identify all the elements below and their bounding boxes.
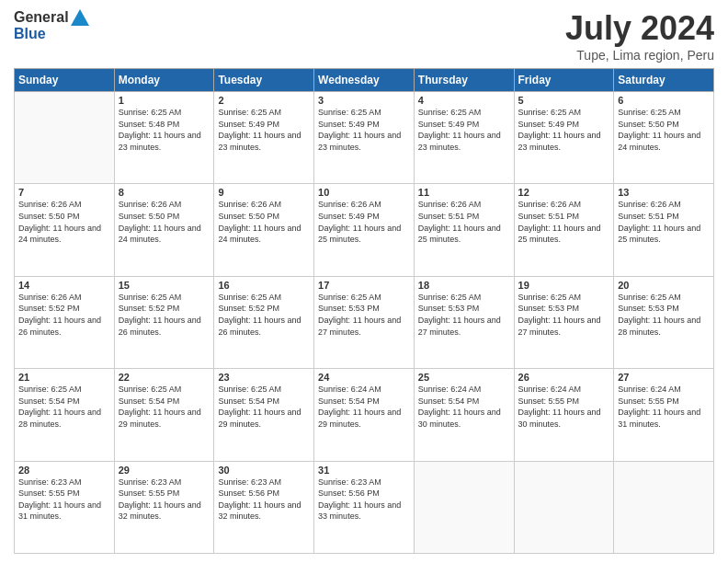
logo-icon — [71, 9, 89, 26]
calendar-cell: 26 Sunrise: 6:24 AM Sunset: 5:55 PM Dayl… — [514, 369, 614, 461]
calendar-cell: 2 Sunrise: 6:25 AM Sunset: 5:49 PM Dayli… — [214, 92, 314, 184]
calendar-week-4: 28 Sunrise: 6:23 AM Sunset: 5:55 PM Dayl… — [15, 461, 714, 553]
day-number: 2 — [218, 95, 310, 106]
day-number: 31 — [318, 465, 410, 476]
calendar-header-tuesday: Tuesday — [214, 69, 314, 92]
calendar-header-row: SundayMondayTuesdayWednesdayThursdayFrid… — [15, 69, 714, 92]
calendar-week-0: 1 Sunrise: 6:25 AM Sunset: 5:48 PM Dayli… — [15, 92, 714, 184]
day-info: Sunrise: 6:25 AM Sunset: 5:53 PM Dayligh… — [418, 292, 510, 338]
logo-general: General — [14, 9, 69, 26]
calendar-cell: 19 Sunrise: 6:25 AM Sunset: 5:53 PM Dayl… — [514, 276, 614, 368]
day-number: 24 — [318, 372, 410, 383]
calendar-cell — [15, 92, 115, 184]
day-info: Sunrise: 6:26 AM Sunset: 5:50 PM Dayligh… — [119, 199, 210, 245]
calendar-cell: 9 Sunrise: 6:26 AM Sunset: 5:50 PM Dayli… — [214, 184, 314, 276]
calendar-cell: 10 Sunrise: 6:26 AM Sunset: 5:49 PM Dayl… — [314, 184, 415, 276]
calendar-header-monday: Monday — [114, 69, 214, 92]
calendar-header-thursday: Thursday — [414, 69, 514, 92]
logo-blue: Blue — [14, 26, 46, 41]
calendar-cell: 24 Sunrise: 6:24 AM Sunset: 5:54 PM Dayl… — [314, 369, 415, 461]
calendar-cell: 17 Sunrise: 6:25 AM Sunset: 5:53 PM Dayl… — [314, 276, 415, 368]
calendar-cell: 22 Sunrise: 6:25 AM Sunset: 5:54 PM Dayl… — [114, 369, 214, 461]
calendar-cell: 15 Sunrise: 6:25 AM Sunset: 5:52 PM Dayl… — [114, 276, 214, 368]
day-number: 11 — [418, 187, 510, 198]
calendar-week-3: 21 Sunrise: 6:25 AM Sunset: 5:54 PM Dayl… — [15, 369, 714, 461]
calendar-cell: 14 Sunrise: 6:26 AM Sunset: 5:52 PM Dayl… — [15, 276, 115, 368]
day-info: Sunrise: 6:25 AM Sunset: 5:54 PM Dayligh… — [218, 384, 310, 430]
day-info: Sunrise: 6:26 AM Sunset: 5:50 PM Dayligh… — [18, 199, 110, 245]
calendar-cell: 1 Sunrise: 6:25 AM Sunset: 5:48 PM Dayli… — [114, 92, 214, 184]
day-number: 23 — [218, 372, 310, 383]
calendar-header-friday: Friday — [514, 69, 614, 92]
calendar-cell: 25 Sunrise: 6:24 AM Sunset: 5:54 PM Dayl… — [414, 369, 514, 461]
calendar-cell: 12 Sunrise: 6:26 AM Sunset: 5:51 PM Dayl… — [514, 184, 614, 276]
day-info: Sunrise: 6:24 AM Sunset: 5:54 PM Dayligh… — [418, 384, 510, 430]
calendar-cell — [514, 461, 614, 553]
day-number: 27 — [618, 372, 710, 383]
day-info: Sunrise: 6:26 AM Sunset: 5:50 PM Dayligh… — [218, 199, 310, 245]
day-number: 18 — [418, 280, 510, 291]
day-number: 15 — [119, 280, 210, 291]
calendar-cell: 20 Sunrise: 6:25 AM Sunset: 5:53 PM Dayl… — [614, 276, 714, 368]
calendar-week-2: 14 Sunrise: 6:26 AM Sunset: 5:52 PM Dayl… — [15, 276, 714, 368]
day-info: Sunrise: 6:24 AM Sunset: 5:55 PM Dayligh… — [618, 384, 710, 430]
day-info: Sunrise: 6:25 AM Sunset: 5:52 PM Dayligh… — [119, 292, 210, 338]
calendar-cell: 3 Sunrise: 6:25 AM Sunset: 5:49 PM Dayli… — [314, 92, 415, 184]
calendar-header-sunday: Sunday — [15, 69, 115, 92]
day-info: Sunrise: 6:26 AM Sunset: 5:51 PM Dayligh… — [418, 199, 510, 245]
day-number: 8 — [119, 187, 210, 198]
day-number: 17 — [318, 280, 410, 291]
calendar: SundayMondayTuesdayWednesdayThursdayFrid… — [14, 68, 714, 554]
day-info: Sunrise: 6:25 AM Sunset: 5:54 PM Dayligh… — [119, 384, 210, 430]
calendar-cell: 18 Sunrise: 6:25 AM Sunset: 5:53 PM Dayl… — [414, 276, 514, 368]
day-info: Sunrise: 6:25 AM Sunset: 5:50 PM Dayligh… — [618, 107, 710, 153]
day-info: Sunrise: 6:25 AM Sunset: 5:49 PM Dayligh… — [518, 107, 610, 153]
day-number: 13 — [618, 187, 710, 198]
calendar-cell: 6 Sunrise: 6:25 AM Sunset: 5:50 PM Dayli… — [614, 92, 714, 184]
day-info: Sunrise: 6:24 AM Sunset: 5:54 PM Dayligh… — [318, 384, 410, 430]
day-info: Sunrise: 6:23 AM Sunset: 5:56 PM Dayligh… — [318, 477, 410, 523]
calendar-cell: 11 Sunrise: 6:26 AM Sunset: 5:51 PM Dayl… — [414, 184, 514, 276]
calendar-cell: 29 Sunrise: 6:23 AM Sunset: 5:55 PM Dayl… — [114, 461, 214, 553]
day-info: Sunrise: 6:25 AM Sunset: 5:52 PM Dayligh… — [218, 292, 310, 338]
day-info: Sunrise: 6:25 AM Sunset: 5:53 PM Dayligh… — [318, 292, 410, 338]
header: General Blue July 2024 Tupe, Lima region… — [14, 9, 714, 63]
calendar-cell: 27 Sunrise: 6:24 AM Sunset: 5:55 PM Dayl… — [614, 369, 714, 461]
calendar-cell: 28 Sunrise: 6:23 AM Sunset: 5:55 PM Dayl… — [15, 461, 115, 553]
calendar-cell — [414, 461, 514, 553]
calendar-cell: 8 Sunrise: 6:26 AM Sunset: 5:50 PM Dayli… — [114, 184, 214, 276]
day-number: 28 — [18, 465, 110, 476]
day-number: 30 — [218, 465, 310, 476]
day-number: 4 — [418, 95, 510, 106]
calendar-week-1: 7 Sunrise: 6:26 AM Sunset: 5:50 PM Dayli… — [15, 184, 714, 276]
svg-marker-0 — [71, 9, 89, 26]
day-info: Sunrise: 6:24 AM Sunset: 5:55 PM Dayligh… — [518, 384, 610, 430]
day-number: 9 — [218, 187, 310, 198]
calendar-cell: 31 Sunrise: 6:23 AM Sunset: 5:56 PM Dayl… — [314, 461, 415, 553]
day-number: 29 — [119, 465, 210, 476]
calendar-cell: 4 Sunrise: 6:25 AM Sunset: 5:49 PM Dayli… — [414, 92, 514, 184]
day-info: Sunrise: 6:25 AM Sunset: 5:54 PM Dayligh… — [18, 384, 110, 430]
day-info: Sunrise: 6:25 AM Sunset: 5:49 PM Dayligh… — [318, 107, 410, 153]
calendar-header-wednesday: Wednesday — [314, 69, 415, 92]
day-info: Sunrise: 6:25 AM Sunset: 5:48 PM Dayligh… — [119, 107, 210, 153]
day-info: Sunrise: 6:23 AM Sunset: 5:55 PM Dayligh… — [18, 477, 110, 523]
day-number: 6 — [618, 95, 710, 106]
day-number: 21 — [18, 372, 110, 383]
day-info: Sunrise: 6:26 AM Sunset: 5:49 PM Dayligh… — [318, 199, 410, 245]
calendar-header-saturday: Saturday — [614, 69, 714, 92]
day-number: 7 — [18, 187, 110, 198]
day-number: 19 — [518, 280, 610, 291]
day-number: 1 — [119, 95, 210, 106]
calendar-cell: 7 Sunrise: 6:26 AM Sunset: 5:50 PM Dayli… — [15, 184, 115, 276]
logo: General Blue — [14, 9, 89, 42]
day-info: Sunrise: 6:26 AM Sunset: 5:52 PM Dayligh… — [18, 292, 110, 338]
title-section: July 2024 Tupe, Lima region, Peru — [565, 9, 714, 63]
day-number: 20 — [618, 280, 710, 291]
calendar-cell: 30 Sunrise: 6:23 AM Sunset: 5:56 PM Dayl… — [214, 461, 314, 553]
day-number: 25 — [418, 372, 510, 383]
day-number: 5 — [518, 95, 610, 106]
day-number: 16 — [218, 280, 310, 291]
day-info: Sunrise: 6:25 AM Sunset: 5:53 PM Dayligh… — [518, 292, 610, 338]
location: Tupe, Lima region, Peru — [565, 48, 714, 63]
